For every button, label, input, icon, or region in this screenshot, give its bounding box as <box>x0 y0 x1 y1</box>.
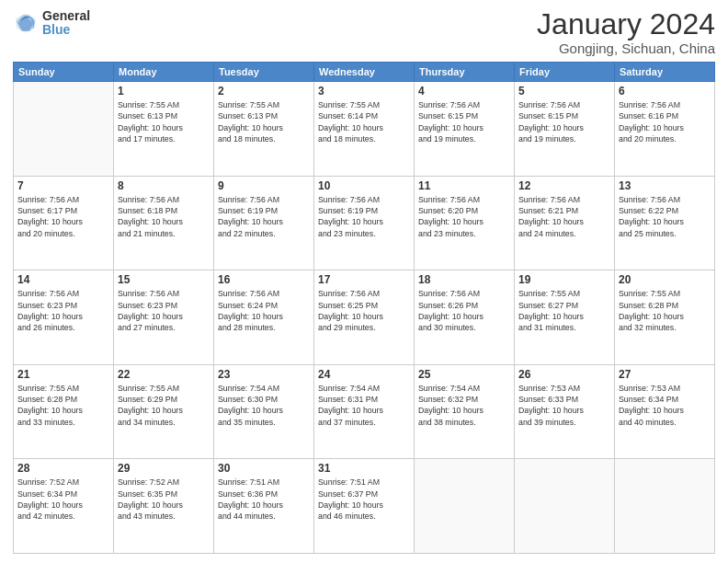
day-number: 27 <box>619 368 711 381</box>
day-info: Sunrise: 7:55 AM Sunset: 6:27 PM Dayligh… <box>518 288 610 333</box>
calendar-cell <box>14 82 114 177</box>
calendar-cell: 7Sunrise: 7:56 AM Sunset: 6:17 PM Daylig… <box>14 176 114 270</box>
header: General Blue January 2024 Gongjing, Sich… <box>13 9 715 56</box>
logo: General Blue <box>13 9 90 38</box>
day-number: 10 <box>318 179 410 192</box>
day-number: 16 <box>218 273 310 286</box>
calendar-cell: 13Sunrise: 7:56 AM Sunset: 6:22 PM Dayli… <box>615 176 715 270</box>
weekday-header-saturday: Saturday <box>615 63 715 82</box>
day-number: 5 <box>518 85 610 98</box>
day-number: 15 <box>118 273 210 286</box>
day-info: Sunrise: 7:56 AM Sunset: 6:26 PM Dayligh… <box>418 288 510 333</box>
day-info: Sunrise: 7:51 AM Sunset: 6:37 PM Dayligh… <box>318 477 410 522</box>
day-info: Sunrise: 7:56 AM Sunset: 6:18 PM Dayligh… <box>118 194 210 239</box>
day-info: Sunrise: 7:56 AM Sunset: 6:23 PM Dayligh… <box>118 288 210 333</box>
week-row-4: 28Sunrise: 7:52 AM Sunset: 6:34 PM Dayli… <box>14 459 715 554</box>
calendar-cell: 18Sunrise: 7:56 AM Sunset: 6:26 PM Dayli… <box>415 270 515 365</box>
calendar-cell: 6Sunrise: 7:56 AM Sunset: 6:16 PM Daylig… <box>615 82 715 177</box>
day-info: Sunrise: 7:55 AM Sunset: 6:13 PM Dayligh… <box>118 99 210 144</box>
day-info: Sunrise: 7:54 AM Sunset: 6:31 PM Dayligh… <box>318 383 410 428</box>
calendar-cell: 12Sunrise: 7:56 AM Sunset: 6:21 PM Dayli… <box>515 176 615 270</box>
day-number: 26 <box>518 368 610 381</box>
calendar-cell: 19Sunrise: 7:55 AM Sunset: 6:27 PM Dayli… <box>515 270 615 365</box>
calendar-cell: 22Sunrise: 7:55 AM Sunset: 6:29 PM Dayli… <box>114 364 214 459</box>
day-number: 29 <box>118 462 210 475</box>
day-number: 3 <box>318 85 410 98</box>
day-number: 1 <box>118 85 210 98</box>
day-number: 8 <box>118 179 210 192</box>
day-info: Sunrise: 7:56 AM Sunset: 6:24 PM Dayligh… <box>218 288 310 333</box>
day-number: 18 <box>418 273 510 286</box>
weekday-header-row: SundayMondayTuesdayWednesdayThursdayFrid… <box>14 63 715 82</box>
day-info: Sunrise: 7:51 AM Sunset: 6:36 PM Dayligh… <box>218 477 310 522</box>
calendar-cell: 31Sunrise: 7:51 AM Sunset: 6:37 PM Dayli… <box>314 459 415 554</box>
day-info: Sunrise: 7:56 AM Sunset: 6:19 PM Dayligh… <box>218 194 310 239</box>
weekday-header-thursday: Thursday <box>415 63 515 82</box>
calendar-cell: 3Sunrise: 7:55 AM Sunset: 6:14 PM Daylig… <box>314 82 415 177</box>
day-info: Sunrise: 7:52 AM Sunset: 6:34 PM Dayligh… <box>17 477 109 522</box>
day-info: Sunrise: 7:54 AM Sunset: 6:30 PM Dayligh… <box>218 383 310 428</box>
calendar-cell: 5Sunrise: 7:56 AM Sunset: 6:15 PM Daylig… <box>515 82 615 177</box>
day-number: 22 <box>118 368 210 381</box>
day-number: 25 <box>418 368 510 381</box>
day-number: 13 <box>619 179 711 192</box>
calendar: SundayMondayTuesdayWednesdayThursdayFrid… <box>13 62 715 554</box>
weekday-header-tuesday: Tuesday <box>214 63 314 82</box>
calendar-cell: 8Sunrise: 7:56 AM Sunset: 6:18 PM Daylig… <box>114 176 214 270</box>
day-number: 20 <box>619 273 711 286</box>
day-number: 23 <box>218 368 310 381</box>
location: Gongjing, Sichuan, China <box>537 40 715 56</box>
day-number: 9 <box>218 179 310 192</box>
day-info: Sunrise: 7:56 AM Sunset: 6:20 PM Dayligh… <box>418 194 510 239</box>
weekday-header-wednesday: Wednesday <box>314 63 415 82</box>
day-info: Sunrise: 7:56 AM Sunset: 6:19 PM Dayligh… <box>318 194 410 239</box>
day-number: 28 <box>17 462 109 475</box>
day-number: 6 <box>619 85 711 98</box>
calendar-cell: 27Sunrise: 7:53 AM Sunset: 6:34 PM Dayli… <box>615 364 715 459</box>
day-number: 4 <box>418 85 510 98</box>
page: General Blue January 2024 Gongjing, Sich… <box>0 0 728 563</box>
day-number: 7 <box>17 179 109 192</box>
calendar-cell <box>515 459 615 554</box>
day-info: Sunrise: 7:52 AM Sunset: 6:35 PM Dayligh… <box>118 477 210 522</box>
day-info: Sunrise: 7:54 AM Sunset: 6:32 PM Dayligh… <box>418 383 510 428</box>
calendar-cell: 26Sunrise: 7:53 AM Sunset: 6:33 PM Dayli… <box>515 364 615 459</box>
day-info: Sunrise: 7:56 AM Sunset: 6:25 PM Dayligh… <box>318 288 410 333</box>
day-number: 19 <box>518 273 610 286</box>
calendar-cell: 28Sunrise: 7:52 AM Sunset: 6:34 PM Dayli… <box>14 459 114 554</box>
title-block: January 2024 Gongjing, Sichuan, China <box>537 9 715 56</box>
calendar-cell: 21Sunrise: 7:55 AM Sunset: 6:28 PM Dayli… <box>14 364 114 459</box>
logo-text: General Blue <box>42 9 90 38</box>
day-info: Sunrise: 7:56 AM Sunset: 6:15 PM Dayligh… <box>518 99 610 144</box>
day-number: 31 <box>318 462 410 475</box>
calendar-cell: 1Sunrise: 7:55 AM Sunset: 6:13 PM Daylig… <box>114 82 214 177</box>
day-info: Sunrise: 7:55 AM Sunset: 6:29 PM Dayligh… <box>118 383 210 428</box>
calendar-cell: 14Sunrise: 7:56 AM Sunset: 6:23 PM Dayli… <box>14 270 114 365</box>
day-number: 17 <box>318 273 410 286</box>
day-info: Sunrise: 7:53 AM Sunset: 6:33 PM Dayligh… <box>518 383 610 428</box>
logo-icon <box>13 10 39 36</box>
day-info: Sunrise: 7:55 AM Sunset: 6:13 PM Dayligh… <box>218 99 310 144</box>
calendar-cell <box>415 459 515 554</box>
weekday-header-friday: Friday <box>515 63 615 82</box>
calendar-cell: 25Sunrise: 7:54 AM Sunset: 6:32 PM Dayli… <box>415 364 515 459</box>
calendar-cell: 9Sunrise: 7:56 AM Sunset: 6:19 PM Daylig… <box>214 176 314 270</box>
calendar-cell <box>615 459 715 554</box>
calendar-cell: 15Sunrise: 7:56 AM Sunset: 6:23 PM Dayli… <box>114 270 214 365</box>
day-info: Sunrise: 7:55 AM Sunset: 6:28 PM Dayligh… <box>619 288 711 333</box>
day-info: Sunrise: 7:56 AM Sunset: 6:16 PM Dayligh… <box>619 99 711 144</box>
day-number: 14 <box>17 273 109 286</box>
logo-general-text: General <box>42 9 90 23</box>
calendar-cell: 4Sunrise: 7:56 AM Sunset: 6:15 PM Daylig… <box>415 82 515 177</box>
day-number: 30 <box>218 462 310 475</box>
calendar-cell: 16Sunrise: 7:56 AM Sunset: 6:24 PM Dayli… <box>214 270 314 365</box>
day-info: Sunrise: 7:55 AM Sunset: 6:14 PM Dayligh… <box>318 99 410 144</box>
calendar-cell: 17Sunrise: 7:56 AM Sunset: 6:25 PM Dayli… <box>314 270 415 365</box>
day-number: 24 <box>318 368 410 381</box>
day-info: Sunrise: 7:56 AM Sunset: 6:23 PM Dayligh… <box>17 288 109 333</box>
week-row-2: 14Sunrise: 7:56 AM Sunset: 6:23 PM Dayli… <box>14 270 715 365</box>
logo-blue-text: Blue <box>42 23 90 37</box>
calendar-cell: 2Sunrise: 7:55 AM Sunset: 6:13 PM Daylig… <box>214 82 314 177</box>
calendar-cell: 29Sunrise: 7:52 AM Sunset: 6:35 PM Dayli… <box>114 459 214 554</box>
day-number: 12 <box>518 179 610 192</box>
